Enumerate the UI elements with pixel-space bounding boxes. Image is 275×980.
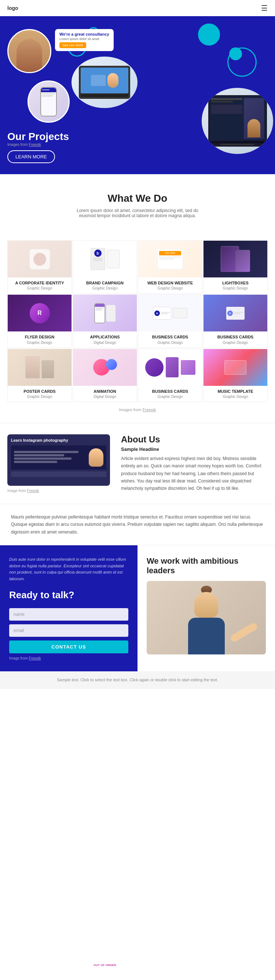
about-person-visual — [89, 448, 103, 467]
portfolio-item[interactable]: POSTER CARDS Graphic Design — [7, 349, 72, 402]
hamburger-menu[interactable]: ☰ — [261, 4, 268, 13]
portfolio-title: BUSINESS CARDS — [206, 334, 264, 339]
portfolio-item[interactable]: LIGHTBOXES Graphic Design — [203, 240, 268, 294]
hero-sub: Lorem ipsum dolor sit amet — [59, 37, 109, 41]
contact-image-note: Image from Freepik — [9, 656, 128, 660]
portfolio-freepik-link[interactable]: Freepik — [143, 407, 156, 412]
portfolio-title: ANIMATION — [76, 389, 134, 394]
portfolio-thumb: b — [73, 241, 137, 277]
hero-top-row: We're a great consultancy Lorem ipsum do… — [7, 24, 268, 73]
hero-section: We're a great consultancy Lorem ipsum do… — [0, 16, 275, 174]
portfolio-item[interactable]: APPLICATIONS Digital Design — [73, 294, 137, 348]
portfolio-thumb: OUT OF ORDER — [73, 349, 137, 386]
portfolio-info: A CORPORATE IDENTITY Graphic Design — [8, 277, 71, 293]
portfolio-item[interactable]: b BUSINESS CARDS Graphic Design — [138, 294, 202, 348]
portfolio-info: BUSINESS CARDS Graphic Design — [138, 331, 202, 347]
portfolio-subtitle: Graphic Design — [141, 286, 199, 290]
portfolio-thumb: b — [204, 295, 267, 331]
contact-side: Duis aute irure dolor in reprehenderit i… — [0, 545, 138, 671]
text-block-body: Mauris pellentesque pulvinar pellentesqu… — [11, 513, 264, 536]
footer: Sample text. Click to select the text bo… — [0, 671, 275, 689]
portfolio-thumb — [138, 349, 202, 386]
about-body: Article evident arrived express highest … — [121, 455, 268, 492]
portfolio-title: BUSINESS CARDS — [141, 389, 199, 394]
portfolio-thumb: R — [8, 295, 71, 331]
portfolio-item[interactable]: MUSIC TEMPLATE Graphic Design — [203, 349, 268, 402]
portfolio-subtitle: Digital Design — [76, 395, 134, 399]
portfolio-info: BUSINESS CARDS Graphic Design — [204, 331, 267, 347]
portfolio-title: BUSINESS CARDS — [141, 334, 199, 339]
leaders-side: We work with ambitious leaders — [138, 545, 275, 671]
portfolio-subtitle: Graphic Design — [76, 286, 134, 290]
portfolio-subtitle: Graphic Design — [141, 340, 199, 345]
portfolio-item[interactable]: b BUSINESS CARDS Graphic Design — [203, 294, 268, 348]
contact-freepik-link[interactable]: Freepik — [28, 656, 41, 660]
about-screen — [11, 445, 106, 469]
portfolio-subtitle: Graphic Design — [11, 340, 69, 345]
portfolio-info: ANIMATION Digital Design — [73, 386, 137, 402]
name-input[interactable] — [9, 608, 128, 620]
portfolio-thumb: Get SEO — [138, 241, 202, 277]
about-title: About Us — [121, 434, 268, 445]
contact-form: CONTACT US — [9, 608, 128, 653]
portfolio-item[interactable]: OUT OF ORDER ANIMATION Digital Design — [73, 349, 137, 402]
portfolio-info: MUSIC TEMPLATE Graphic Design — [204, 386, 267, 402]
portfolio-title: A CORPORATE IDENTITY — [11, 280, 69, 285]
about-freepik-link[interactable]: Freepik — [27, 489, 39, 493]
about-image: Learn Instagram photography Image from F… — [7, 434, 110, 493]
portfolio-title: LIGHTBOXES — [206, 280, 264, 285]
portfolio-title: MUSIC TEMPLATE — [206, 389, 264, 394]
portfolio-info: WEB DESIGN WEBSITE Graphic Design — [138, 277, 202, 293]
learn-more-button[interactable]: LEARN MORE — [7, 150, 55, 163]
portfolio-info: BUSINESS CARDS Graphic Design — [138, 386, 202, 402]
portfolio-subtitle: Graphic Design — [206, 286, 264, 290]
portfolio-info: BRAND CAMPAIGN Graphic Design — [73, 277, 137, 293]
portfolio-info: FLYER DESIGN Graphic Design — [8, 331, 71, 347]
portfolio-thumb — [8, 241, 71, 277]
portfolio-grid: A CORPORATE IDENTITY Graphic Design b BR… — [0, 240, 275, 402]
see-work-button[interactable]: See Our Work — [59, 42, 86, 48]
hero-card: We're a great consultancy Lorem ipsum do… — [55, 29, 114, 51]
portfolio-subtitle: Graphic Design — [206, 395, 264, 399]
portfolio-title: FLYER DESIGN — [11, 334, 69, 339]
portfolio-title: BRAND CAMPAIGN — [76, 280, 134, 285]
phone-circle — [27, 81, 70, 123]
about-content: About Us Sample Headline Article evident… — [121, 434, 268, 492]
portfolio-thumb — [73, 295, 137, 331]
portfolio-info: LIGHTBOXES Graphic Design — [204, 277, 267, 293]
portfolio-item[interactable]: BUSINESS CARDS Graphic Design — [138, 349, 202, 402]
portfolio-subtitle: Digital Design — [76, 340, 134, 345]
portfolio-freepik-note: Images from Freepik — [0, 407, 275, 412]
portfolio-title: POSTER CARDS — [11, 389, 69, 394]
portfolio-info: POSTER CARDS Graphic Design — [8, 386, 71, 402]
contact-us-button[interactable]: CONTACT US — [9, 641, 128, 653]
header: logo ☰ — [0, 0, 275, 16]
hero-tagline: We're a great consultancy — [59, 32, 109, 37]
portfolio-item[interactable]: A CORPORATE IDENTITY Graphic Design — [7, 240, 72, 294]
logo: logo — [7, 5, 18, 11]
hero-person-circle — [7, 29, 51, 73]
portfolio-item[interactable]: R FLYER DESIGN Graphic Design — [7, 294, 72, 348]
about-keyboard-visual — [11, 471, 106, 477]
hero-freepik-note: Images from Freepik — [7, 143, 69, 146]
about-image-label: Learn Instagram photography — [11, 438, 106, 442]
hero-title: Our Projects — [7, 131, 69, 143]
portfolio-subtitle: Graphic Design — [141, 395, 199, 399]
email-input[interactable] — [9, 624, 128, 637]
portfolio-title: WEB DESIGN WEBSITE — [141, 280, 199, 285]
what-we-do-description: Lorem ipsum dolor sit amet, consectetur … — [73, 208, 202, 218]
about-sample-headline: Sample Headline — [121, 447, 268, 452]
what-we-do-section: What We Do Lorem ipsum dolor sit amet, c… — [0, 174, 275, 240]
hero-freepik-link[interactable]: Freepik — [28, 143, 41, 146]
portfolio-thumb — [204, 241, 267, 277]
about-section: Learn Instagram photography Image from F… — [0, 423, 275, 504]
portfolio-item[interactable]: b BRAND CAMPAIGN Graphic Design — [73, 240, 137, 294]
ready-to-talk-title: Ready to talk? — [9, 589, 128, 601]
portfolio-thumb — [204, 349, 267, 386]
hero-titles: Our Projects Images from Freepik LEARN M… — [7, 131, 69, 163]
portfolio-subtitle: Graphic Design — [11, 286, 69, 290]
monitor-circle — [202, 88, 273, 154]
footer-text: Sample text. Click to select the text bo… — [7, 677, 268, 684]
portfolio-subtitle: Graphic Design — [206, 340, 264, 345]
portfolio-item[interactable]: Get SEO WEB DESIGN WEBSITE Graphic Desig… — [138, 240, 202, 294]
